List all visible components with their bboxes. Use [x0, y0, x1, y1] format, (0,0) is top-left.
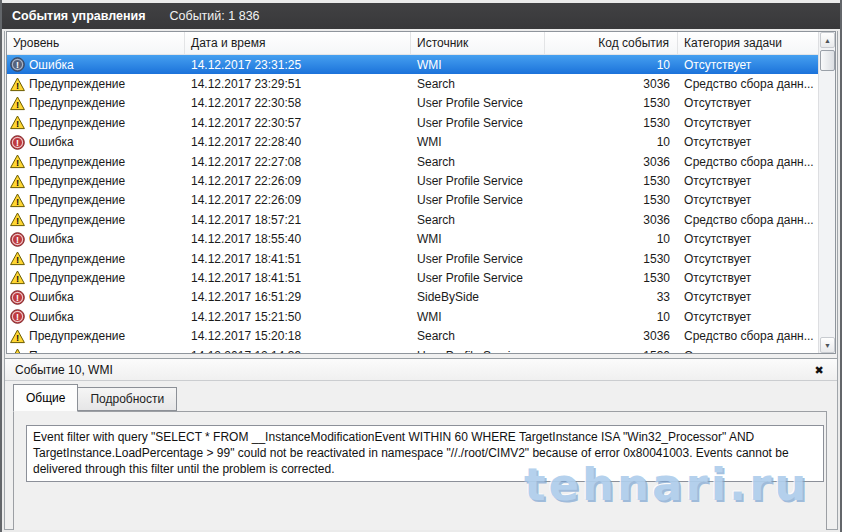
level-cell: !Предупреждение: [7, 348, 185, 353]
tab-general[interactable]: Общие: [13, 384, 78, 412]
warning-icon: !: [10, 96, 25, 111]
warning-icon: !: [10, 77, 25, 92]
category-cell: Отсутствует: [678, 58, 818, 72]
level-label: Предупреждение: [29, 155, 125, 169]
table-row[interactable]: !Ошибка14.12.2017 23:31:25WMI10Отсутству…: [7, 55, 818, 74]
table-row[interactable]: !Ошибка14.12.2017 15:21:50WMI10Отсутству…: [7, 307, 818, 326]
tab-details[interactable]: Подробности: [78, 387, 177, 411]
scroll-down-button[interactable]: ▼: [820, 337, 835, 353]
table-row[interactable]: !Предупреждение14.12.2017 22:26:09User P…: [7, 191, 818, 210]
level-label: Ошибка: [29, 232, 74, 246]
level-cell: !Предупреждение: [7, 96, 185, 111]
level-label: Предупреждение: [29, 271, 125, 285]
datetime-cell: 14.12.2017 22:26:09: [185, 193, 411, 207]
table-row[interactable]: !Предупреждение14.12.2017 22:30:58User P…: [7, 94, 818, 113]
event-id-cell: 3036: [545, 213, 678, 227]
level-cell: !Предупреждение: [7, 212, 185, 227]
table-row[interactable]: !Предупреждение14.12.2017 12:14:39User P…: [7, 346, 818, 353]
level-label: Предупреждение: [29, 213, 125, 227]
scroll-up-button[interactable]: ▲: [820, 32, 835, 48]
datetime-cell: 14.12.2017 22:30:58: [185, 96, 411, 110]
error-icon: !: [10, 290, 25, 305]
table-scrollbar[interactable]: ▲ ▼: [818, 32, 835, 353]
table-row[interactable]: !Предупреждение14.12.2017 18:41:51User P…: [7, 249, 818, 268]
svg-text:!: !: [16, 351, 19, 353]
table-row[interactable]: !Ошибка14.12.2017 22:28:40WMI10Отсутству…: [7, 133, 818, 152]
svg-text:!: !: [16, 157, 19, 168]
event-id-cell: 10: [545, 310, 678, 324]
category-cell: Отсутствует: [678, 96, 818, 110]
table-row[interactable]: !Предупреждение14.12.2017 18:41:51User P…: [7, 268, 818, 287]
table-row[interactable]: !Предупреждение14.12.2017 22:30:57User P…: [7, 113, 818, 132]
datetime-cell: 14.12.2017 18:41:51: [185, 252, 411, 266]
warning-icon: !: [10, 154, 25, 169]
column-header-4[interactable]: Код события: [545, 32, 678, 54]
category-cell: Средство сбора данн...: [678, 155, 818, 169]
center-pane: УровеньДата и времяИсточникКод событияКа…: [4, 31, 838, 530]
source-cell: Search: [411, 329, 545, 343]
category-cell: Отсутствует: [678, 349, 818, 353]
events-header-bar: События управления Событий: 1 836: [2, 3, 840, 29]
level-label: Ошибка: [29, 310, 74, 324]
column-header-5[interactable]: Категория задачи: [678, 32, 818, 54]
source-cell: User Profile Service: [411, 116, 545, 130]
table-row[interactable]: !Ошибка14.12.2017 18:55:40WMI10Отсутству…: [7, 230, 818, 249]
table-row[interactable]: !Предупреждение14.12.2017 22:26:09User P…: [7, 171, 818, 190]
event-id-cell: 10: [545, 232, 678, 246]
svg-text:!: !: [16, 293, 19, 303]
source-cell: Search: [411, 155, 545, 169]
preview-tabs: ОбщиеПодробности: [13, 384, 177, 412]
category-cell: Отсутствует: [678, 252, 818, 266]
svg-text:!: !: [16, 332, 19, 343]
level-label: Предупреждение: [29, 252, 125, 266]
column-header-3[interactable]: Источник: [411, 32, 545, 54]
level-cell: !Предупреждение: [7, 270, 185, 285]
event-id-cell: 10: [545, 135, 678, 149]
preview-header: Событие 10, WMI ✖: [5, 358, 837, 381]
level-cell: !Предупреждение: [7, 329, 185, 344]
level-cell: !Ошибка: [7, 57, 185, 72]
event-id-cell: 1530: [545, 96, 678, 110]
level-cell: !Предупреждение: [7, 77, 185, 92]
category-cell: Средство сбора данн...: [678, 329, 818, 343]
up-arrow-icon: ▲: [824, 37, 831, 44]
warning-icon: !: [10, 270, 25, 285]
svg-text:!: !: [16, 274, 19, 285]
table-row[interactable]: !Предупреждение14.12.2017 23:29:51Search…: [7, 74, 818, 93]
category-cell: Отсутствует: [678, 116, 818, 130]
warning-icon: !: [10, 329, 25, 344]
warning-icon: !: [10, 115, 25, 130]
level-label: Ошибка: [29, 58, 74, 72]
event-id-cell: 10: [545, 58, 678, 72]
level-cell: !Ошибка: [7, 232, 185, 247]
scrollbar-thumb[interactable]: [820, 50, 835, 71]
level-label: Ошибка: [29, 135, 74, 149]
table-row[interactable]: !Предупреждение14.12.2017 18:57:21Search…: [7, 210, 818, 229]
source-cell: User Profile Service: [411, 96, 545, 110]
datetime-cell: 14.12.2017 15:21:50: [185, 310, 411, 324]
source-cell: WMI: [411, 58, 545, 72]
datetime-cell: 14.12.2017 15:20:18: [185, 329, 411, 343]
datetime-cell: 14.12.2017 18:57:21: [185, 213, 411, 227]
column-header-2[interactable]: Дата и время: [185, 32, 411, 54]
close-preview-button[interactable]: ✖: [811, 362, 827, 378]
category-cell: Отсутствует: [678, 271, 818, 285]
page-title: События управления: [12, 9, 146, 23]
source-cell: User Profile Service: [411, 252, 545, 266]
event-id-cell: 1530: [545, 174, 678, 188]
table-row[interactable]: !Ошибка14.12.2017 16:51:29SideBySide33От…: [7, 288, 818, 307]
event-id-cell: 1530: [545, 349, 678, 353]
svg-text:!: !: [16, 196, 19, 207]
column-header-1[interactable]: Уровень: [7, 32, 185, 54]
category-cell: Отсутствует: [678, 135, 818, 149]
table-row[interactable]: !Предупреждение14.12.2017 22:27:08Search…: [7, 152, 818, 171]
level-label: Предупреждение: [29, 174, 125, 188]
category-cell: Отсутствует: [678, 232, 818, 246]
level-cell: !Ошибка: [7, 135, 185, 150]
source-cell: WMI: [411, 232, 545, 246]
datetime-cell: 14.12.2017 18:55:40: [185, 232, 411, 246]
warning-icon: !: [10, 251, 25, 266]
table-row[interactable]: !Предупреждение14.12.2017 15:20:18Search…: [7, 326, 818, 345]
svg-text:!: !: [16, 99, 19, 110]
event-id-cell: 1530: [545, 271, 678, 285]
